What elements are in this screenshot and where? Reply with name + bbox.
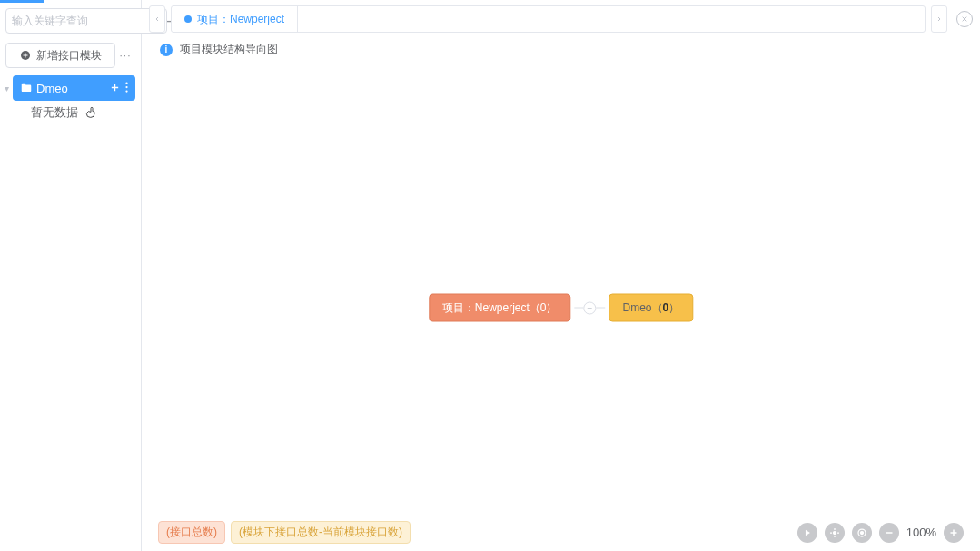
tree-empty-label: 暂无数据: [0, 101, 141, 124]
more-button[interactable]: ···: [115, 43, 135, 68]
canvas-footer: (接口总数) (模块下接口总数-当前模块接口数): [142, 521, 980, 544]
sidebar: — 新增接口模块 ··· ▾ Dmeo: [0, 0, 142, 551]
close-all-tabs-button[interactable]: [956, 11, 973, 27]
tab-label: 项目：Newperject: [197, 12, 284, 27]
diagram-child-node[interactable]: Dmeo（0）: [609, 294, 694, 322]
subheader-title: 项目模块结构导向图: [180, 42, 278, 57]
zoom-value: 100%: [906, 526, 936, 539]
main-panel: 项目：Newperject i 项目模块结构导向图 项目：Newperject（…: [142, 0, 980, 551]
diagram: 项目：Newperject（0） − Dmeo（0）: [429, 294, 693, 322]
diagram-root-node[interactable]: 项目：Newperject（0）: [429, 294, 571, 322]
tab-next-button[interactable]: [931, 5, 947, 33]
svg-point-11: [860, 531, 863, 534]
subheader: i 项目模块结构导向图: [142, 34, 980, 64]
connector-minus-icon[interactable]: −: [584, 301, 597, 314]
svg-marker-8: [806, 529, 810, 536]
plus-circle-icon: [20, 50, 31, 61]
search-input[interactable]: [12, 15, 148, 27]
svg-point-5: [125, 90, 127, 92]
legend-module: (模块下接口总数-当前模块接口数): [231, 521, 411, 544]
svg-point-3: [125, 82, 127, 84]
add-module-button[interactable]: 新增接口模块: [5, 43, 115, 68]
svg-point-4: [125, 85, 127, 87]
tab-prev-button[interactable]: [149, 5, 165, 33]
tab-bar: 项目：Newperject: [142, 0, 980, 34]
tab-dot-icon: [184, 15, 192, 23]
zoom-controls: 100%: [797, 523, 964, 543]
tree-node-dmeo[interactable]: Dmeo: [13, 75, 135, 101]
center-button[interactable]: [825, 523, 845, 543]
zoom-in-button[interactable]: [944, 523, 964, 543]
caret-down-icon[interactable]: ▾: [0, 84, 13, 93]
diagram-connector: −: [575, 301, 606, 314]
tree-node-label: Dmeo: [36, 82, 68, 95]
diagram-canvas[interactable]: 项目：Newperject（0） − Dmeo（0） (接口总数) (模块下接口…: [142, 64, 980, 551]
add-module-label: 新增接口模块: [36, 48, 102, 64]
fit-button[interactable]: [852, 523, 872, 543]
info-icon: i: [160, 44, 173, 56]
play-button[interactable]: [797, 523, 817, 543]
tab-project[interactable]: 项目：Newperject: [172, 6, 298, 32]
svg-point-9: [833, 531, 836, 534]
cursor-hand-icon: [85, 104, 100, 123]
tree-add-icon[interactable]: [110, 82, 120, 95]
tree-more-icon[interactable]: [125, 82, 128, 95]
zoom-out-button[interactable]: [879, 523, 899, 543]
legend-total: (接口总数): [158, 521, 225, 544]
module-tree: ▾ Dmeo 暂无数据: [0, 75, 141, 124]
folder-icon: [20, 82, 33, 94]
tab-strip: 项目：Newperject: [171, 5, 926, 33]
